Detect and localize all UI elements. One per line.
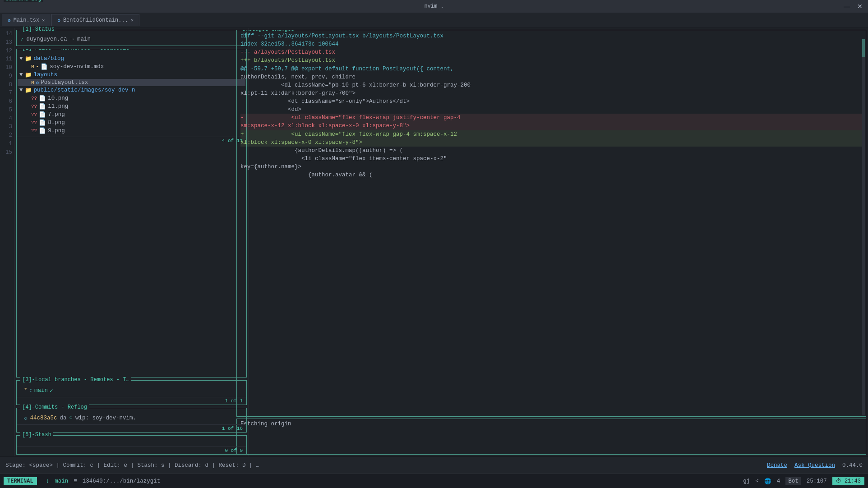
file-name: 10.png xyxy=(48,95,68,101)
commits-section: [4]-Commits - Reflog ◇ 44c83a5c da ○ wip… xyxy=(16,408,247,433)
diff-scrollbar[interactable] xyxy=(862,39,865,415)
list-item[interactable]: ▼ 📁 layouts xyxy=(18,71,245,79)
version-label: 0.44.0 xyxy=(842,462,863,469)
tab-icon-bento: ⚙ xyxy=(57,18,60,23)
diff-line: sm:space-x-12 xl:block xl:space-x-0 xl:s… xyxy=(240,122,862,130)
diff-line: diff --git a/layouts/PostLayout.tsx b/la… xyxy=(240,32,862,40)
folder-name: data/blog xyxy=(34,55,65,62)
clock-icon: ⏱ xyxy=(836,478,841,484)
commits-content: ◇ 44c83a5c da ○ wip: soy-dev-nvim. xyxy=(17,412,246,424)
commits-counter: 1 of 16 xyxy=(17,424,246,432)
tab-bar: ⚙ Main.tsx ✕ ⚙ BentoChildContain... ✕ xyxy=(0,13,868,28)
terminal-right: gj < 🌐 4 Bot 25:107 ⏱ 21:43 xyxy=(743,477,864,485)
left-panel: [1]-Status ✓ duynguyen.ca → main [2]-Fil… xyxy=(14,28,249,456)
left-panel-wrapper: 14 13 12 11 10 9 8 7 6 5 4 3 2 1 15 [1]-… xyxy=(0,28,235,456)
tab-close-main[interactable]: ✕ xyxy=(42,18,45,23)
command-log-text: Fetching origin xyxy=(240,421,291,427)
window-controls: — ✕ xyxy=(842,3,864,10)
files-section: [2]-Files - Worktrees - Submodule ▼ 📁 da… xyxy=(16,49,247,378)
list-item[interactable]: ?? 📄 11.png xyxy=(18,102,245,110)
modified-icon: ▪ xyxy=(36,64,39,69)
tab-main-tsx[interactable]: ⚙ Main.tsx ✕ xyxy=(2,14,51,26)
keyboard-shortcuts: Stage: <space> | Commit: c | Edit: e | S… xyxy=(5,462,259,469)
title-bar: nvim . — ✕ xyxy=(0,0,868,13)
list-item[interactable]: ?? 📄 7.png xyxy=(18,110,245,119)
list-item[interactable]: * ↕ main ✓ xyxy=(20,386,243,395)
commit-hash: 44c83a5c xyxy=(30,415,57,421)
untracked-badge: ?? xyxy=(31,96,37,101)
tab-bento[interactable]: ⚙ BentoChildContain... ✕ xyxy=(51,14,139,26)
diff-line: - <ul className="flex flex-wrap justify-… xyxy=(240,114,862,122)
list-item[interactable]: ?? 📄 10.png xyxy=(18,94,245,102)
files-counter: 4 of 11 xyxy=(17,137,246,144)
close-button[interactable]: ✕ xyxy=(855,3,864,10)
diff-line: {author.avatar && ( xyxy=(240,171,862,179)
files-tree: ▼ 📁 data/blog M ▪ 📄 soy-dev-nvim.mdx ▼ xyxy=(17,53,246,137)
list-item[interactable]: M ▪ 📄 soy-dev-nvim.mdx xyxy=(18,63,245,71)
donate-link[interactable]: Donate xyxy=(767,462,787,469)
diff-line: --- a/layouts/PostLayout.tsx xyxy=(240,48,862,56)
file-name: 11.png xyxy=(48,103,68,110)
branches-section: [3]-Local branches - Remotes - T… * ↕ ma… xyxy=(16,380,247,405)
chevron-down-icon: ▼ xyxy=(19,72,23,78)
list-item[interactable]: M ⚙ PostLayout.tsx xyxy=(18,79,245,86)
terminal-label: TERMINAL xyxy=(4,477,37,485)
folder-name: layouts xyxy=(34,72,58,78)
line-numbers-col: 14 13 12 11 10 9 8 7 6 5 4 3 2 1 15 xyxy=(0,28,14,456)
terminal-prompt-icon: ↕ xyxy=(46,478,50,484)
diff-line: @@ -59,7 +59,7 @@ export default functio… xyxy=(240,65,862,73)
chevron-down-icon: ▼ xyxy=(19,87,23,93)
scrollbar-thumb[interactable] xyxy=(862,39,865,57)
tab-close-bento[interactable]: ✕ xyxy=(131,18,134,23)
branch-merge-icon: ↕ xyxy=(29,387,33,394)
diff-panel: Unstaged changes diff --git a/layouts/Po… xyxy=(236,30,866,417)
folder-name: public/static/images/soy-dev-n xyxy=(34,87,135,93)
terminal-bar: TERMINAL ↕ main ≡ 134640:/.../bin/lazygi… xyxy=(0,474,868,488)
terminal-globe-icon: 🌐 xyxy=(764,478,771,485)
stash-section: [5]-Stash 0 of 0 xyxy=(16,435,247,455)
diff-line: authorDetails, next, prev, childre xyxy=(240,73,862,81)
diff-content[interactable]: diff --git a/layouts/PostLayout.tsx b/la… xyxy=(237,30,866,416)
terminal-list-icon: ≡ xyxy=(74,478,77,484)
folder-icon: 📁 xyxy=(25,87,32,94)
commit-diamond-icon: ◇ xyxy=(24,414,28,422)
diff-line: key={author.name}> xyxy=(240,163,862,171)
diff-line: index 32ae153..364173c 100644 xyxy=(240,40,862,48)
diff-section-label: Unstaged changes xyxy=(240,30,296,32)
commit-time: da xyxy=(60,415,67,421)
branch-check-icon: ✓ xyxy=(50,387,53,394)
status-item: ✓ duynguyen.ca → main xyxy=(20,36,243,43)
list-item[interactable]: ?? 📄 9.png xyxy=(18,127,245,135)
terminal-time: ⏱ 21:43 xyxy=(832,477,864,485)
command-log-content: Fetching origin xyxy=(237,419,866,429)
terminal-bot-label: Bot xyxy=(785,477,801,485)
untracked-badge: ?? xyxy=(31,112,37,117)
terminal-cursor-pos: 25:107 xyxy=(807,478,827,484)
branches-counter: 1 of 1 xyxy=(17,397,246,405)
list-item[interactable]: ▼ 📁 data/blog xyxy=(18,55,245,63)
status-check-icon: ✓ xyxy=(20,36,24,43)
diff-line: + <ul className="flex flex-wrap gap-4 sm… xyxy=(240,130,862,138)
file-name: soy-dev-nvim.mdx xyxy=(50,64,104,70)
branches-content: * ↕ main ✓ xyxy=(17,384,246,397)
terminal-position: gj xyxy=(743,478,750,484)
minimize-button[interactable]: — xyxy=(842,3,852,10)
chevron-down-icon: ▼ xyxy=(19,55,23,62)
status-bar: Stage: <space> | Commit: c | Edit: e | S… xyxy=(0,456,868,474)
branch-name-terminal: main xyxy=(55,478,68,484)
commit-circle-icon: ○ xyxy=(69,415,73,421)
untracked-badge: ?? xyxy=(31,104,37,109)
list-item[interactable]: ▼ 📁 public/static/images/soy-dev-n xyxy=(18,86,245,94)
list-item[interactable]: ?? 📄 8.png xyxy=(18,119,245,127)
status-bar-links: Donate Ask Question 0.44.0 xyxy=(767,462,863,469)
status-branch: duynguyen.ca → main xyxy=(27,36,91,42)
modified-badge: M xyxy=(31,80,34,85)
ask-question-link[interactable]: Ask Question xyxy=(794,462,835,469)
diff-line: <dt className="sr-only">Authors</dt> xyxy=(240,97,862,106)
file-name: 8.png xyxy=(48,120,65,126)
list-item[interactable]: ◇ 44c83a5c da ○ wip: soy-dev-nvim. xyxy=(20,414,243,423)
tab-label-main: Main.tsx xyxy=(14,17,40,23)
diff-line: +++ b/layouts/PostLayout.tsx xyxy=(240,56,862,64)
diff-line: xl:pt-11 xl:dark:border-gray-700"> xyxy=(240,89,862,97)
status-section: [1]-Status ✓ duynguyen.ca → main xyxy=(16,30,247,46)
